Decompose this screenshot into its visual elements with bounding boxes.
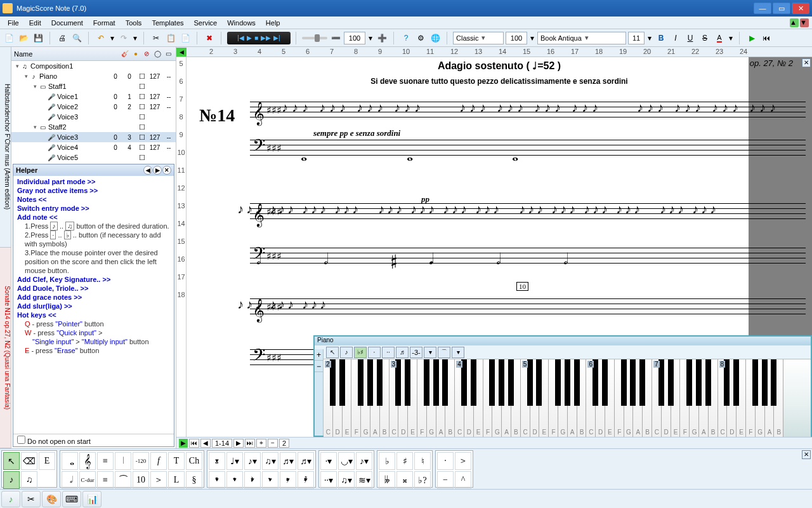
page-last[interactable]: ⏭ <box>245 439 255 448</box>
menu-windows[interactable]: Windows <box>222 18 261 28</box>
tempo-num[interactable]: 10 <box>133 471 149 489</box>
strike-button[interactable]: S <box>698 32 711 44</box>
piano-minus[interactable]: − <box>315 361 323 372</box>
artic-tenuto[interactable]: − <box>437 471 454 489</box>
view-mixer[interactable]: ✂ <box>22 491 41 507</box>
save-button[interactable]: 💾 <box>32 32 44 44</box>
zoom-in-button[interactable]: ➕ <box>376 32 388 44</box>
symbol-tool[interactable]: § <box>186 471 202 489</box>
page-next[interactable]: ▶ <box>233 439 244 448</box>
palette-close[interactable]: ✕ <box>802 450 811 459</box>
grace-tool[interactable]: ♪▾ <box>356 452 372 470</box>
palette-multi[interactable]: ♫ <box>21 471 37 489</box>
note-val-5[interactable]: ♬▾ <box>280 452 296 470</box>
time-sig2[interactable]: ≡ <box>97 471 114 489</box>
piano-doubledot[interactable]: ·· <box>382 347 395 358</box>
rest-5[interactable]: 𝄿▾ <box>280 471 296 489</box>
helper-topic[interactable]: Switch entry mode >> <box>17 204 170 213</box>
page-nav-ar[interactable]: ▶ <box>179 439 188 448</box>
helper-topic[interactable]: Add Duole, Triole.. >> <box>17 284 170 293</box>
note-val-4[interactable]: ♫▾ <box>262 452 278 470</box>
play-score-button[interactable]: ▶ <box>745 32 758 44</box>
sharp-tool[interactable]: ♯ <box>396 452 413 470</box>
palette-input[interactable]: ♪ <box>3 471 20 489</box>
accent-tool[interactable]: ＞ <box>150 471 167 489</box>
zoom-out-button[interactable]: ➖ <box>329 32 342 44</box>
composition-tree[interactable]: ▾♫Composition1▾♪Piano00☐127--▾▭Staff1☐🎤V… <box>11 61 176 163</box>
view-score[interactable]: 📊 <box>82 491 102 507</box>
note-val-2[interactable]: ♩▾ <box>226 452 243 470</box>
helper-back[interactable]: ◀ <box>143 166 152 175</box>
piano-note[interactable]: ♪ <box>340 347 353 358</box>
palette-pointer[interactable]: ↖ <box>3 452 20 470</box>
menu-templates[interactable]: Templates <box>147 18 188 28</box>
playback-bar[interactable]: |◀▶■▶▶▶| <box>227 32 291 44</box>
score-canvas[interactable]: ✕ op. 27, № 2 Adagio sostenuto ( ♩=52 ) … <box>187 57 812 437</box>
rest-6[interactable]: 𝅀▾ <box>298 471 314 489</box>
italic-button[interactable]: I <box>669 32 682 44</box>
flat-tool[interactable]: ♭ <box>379 452 395 470</box>
helper-topic[interactable]: Gray not active items >> <box>17 186 170 195</box>
sidetab-bottom[interactable]: Sonate N14 op.27, N2 (Quasi una Fantasia… <box>0 248 11 448</box>
piano-tuplet-dd[interactable]: ▾ <box>424 347 436 358</box>
piano-panel[interactable]: Piano +− ↖ ♪ ♭♯ · ·· ♬ -3- ▾ ⌒ ▾ <box>313 335 812 437</box>
helper-close[interactable]: ✕ <box>162 166 171 175</box>
hide-icon[interactable]: ⊘ <box>141 49 152 59</box>
close-sheet-button[interactable]: ✕ <box>802 58 811 67</box>
menu-service[interactable]: Service <box>189 18 223 28</box>
undo-dd[interactable]: ▾ <box>109 32 115 44</box>
delete-button[interactable]: ✖ <box>203 32 216 44</box>
web-button[interactable]: 🌐 <box>429 32 442 44</box>
redo-dd[interactable]: ▾ <box>132 32 138 44</box>
fontsize-dd[interactable]: ▾ <box>646 32 653 44</box>
view-note[interactable]: ♪ <box>1 491 20 507</box>
key-sig[interactable]: C-dur <box>79 471 96 489</box>
artic-accent[interactable]: ＞ <box>455 452 471 470</box>
open-button[interactable]: 📂 <box>17 32 30 44</box>
helper-topic[interactable]: Add slur(liga) >> <box>17 302 170 311</box>
helper-fwd[interactable]: ▶ <box>153 166 162 175</box>
style-size[interactable]: 100 <box>506 32 527 44</box>
menu-edit[interactable]: Edit <box>24 18 46 28</box>
midi-icon[interactable]: ● <box>131 49 141 59</box>
help-button[interactable]: ? <box>400 32 412 44</box>
note-val-3[interactable]: ♪▾ <box>244 452 261 470</box>
pan-icon[interactable]: ▭ <box>163 49 173 59</box>
new-button[interactable]: 📄 <box>3 32 15 44</box>
page-prev[interactable]: ◀ <box>200 439 211 448</box>
time-sig[interactable]: ≡ <box>97 452 114 470</box>
slur-tool[interactable]: ⁀ <box>115 471 131 489</box>
dynamics-f[interactable]: f <box>150 452 167 470</box>
piano-tuplet[interactable]: -3- <box>410 347 422 358</box>
underline-button[interactable]: U <box>684 32 697 44</box>
duration-half[interactable]: 𝅗𝅥 <box>62 471 78 489</box>
tie-tool[interactable]: ◡▾ <box>338 452 355 470</box>
dblflat-tool[interactable]: 𝄫 <box>379 471 395 489</box>
piano-keyboard[interactable]: 2CDEFGAB3CDEFGAB4CDEFGAB5CDEFGAB6CDEFGAB… <box>324 359 811 437</box>
maximize-button[interactable]: ▭ <box>773 3 790 14</box>
paste-button[interactable]: 📄 <box>179 32 192 44</box>
menu-file[interactable]: File <box>3 18 24 28</box>
view-palette[interactable]: 🎨 <box>42 491 61 507</box>
piano-dot[interactable]: · <box>368 347 381 358</box>
zoom-input[interactable]: 100 <box>344 32 365 44</box>
page-first[interactable]: ⏮ <box>189 439 199 448</box>
close-button[interactable]: ✕ <box>792 3 809 14</box>
cut-button[interactable]: ✂ <box>150 32 162 44</box>
rest-3[interactable]: 𝄽▾ <box>244 471 261 489</box>
options-button[interactable]: ⚙ <box>414 32 427 44</box>
tempo-box[interactable]: -120 <box>133 452 149 470</box>
preview-button[interactable]: 🔍 <box>70 32 83 44</box>
menu-document[interactable]: Document <box>46 18 88 28</box>
beam-tool[interactable]: ♫▾ <box>338 471 355 489</box>
artic-staccato[interactable]: · <box>437 452 454 470</box>
palette-entry[interactable]: E <box>39 452 55 470</box>
rest-1[interactable]: 𝄻▾ <box>209 471 225 489</box>
piano-pointer[interactable]: ↖ <box>326 347 339 358</box>
print-button[interactable]: 🖨 <box>56 32 69 44</box>
nav-up-icon[interactable]: ▲ <box>790 18 799 27</box>
bold-button[interactable]: B <box>655 32 667 44</box>
text-tool[interactable]: T <box>168 452 185 470</box>
note-val-1[interactable]: 𝅝▾ <box>209 452 225 470</box>
palette-erase[interactable]: ⌫ <box>21 452 37 470</box>
